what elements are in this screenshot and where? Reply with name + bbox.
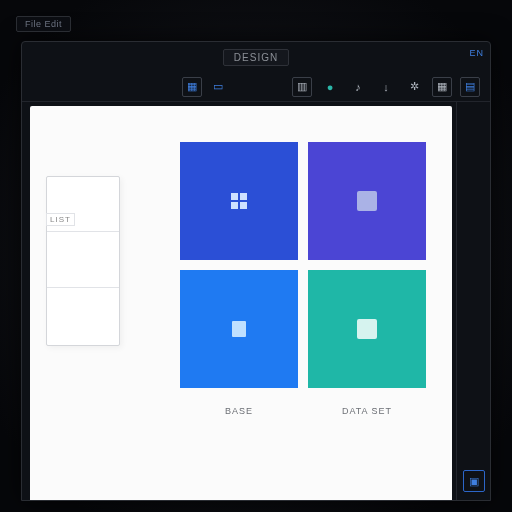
list-slot[interactable] bbox=[47, 232, 119, 287]
window-title: DESIGN bbox=[223, 49, 289, 66]
grid-icon[interactable]: ▦ bbox=[432, 77, 452, 97]
canvas: LIST bbox=[30, 106, 452, 500]
layers-icon[interactable]: ▦ bbox=[182, 77, 202, 97]
menu-hint[interactable]: File Edit bbox=[16, 16, 71, 32]
document-icon bbox=[229, 319, 249, 339]
settings-icon[interactable]: ✲ bbox=[404, 77, 424, 97]
document-tile[interactable] bbox=[180, 270, 298, 388]
caption-left: BASE bbox=[180, 406, 298, 416]
outline-icon[interactable]: ▭ bbox=[208, 77, 228, 97]
download-icon[interactable]: ↓ bbox=[376, 77, 396, 97]
svg-rect-3 bbox=[234, 330, 241, 332]
title-bar: DESIGN EN bbox=[22, 42, 490, 72]
panel-icon[interactable]: ▥ bbox=[292, 77, 312, 97]
music-icon[interactable]: ♪ bbox=[348, 77, 368, 97]
app-window: File Edit DESIGN EN ▦ ▭ ▥ ● ♪ ↓ ✲ ▦ ▤ ⇆ … bbox=[21, 41, 491, 501]
square-icon bbox=[357, 191, 377, 211]
dashboard-tile[interactable] bbox=[180, 142, 298, 260]
caption-right: DATA SET bbox=[308, 406, 426, 416]
component-tile[interactable] bbox=[308, 142, 426, 260]
tile-grid bbox=[180, 142, 426, 388]
library-icon[interactable]: ▤ bbox=[460, 77, 480, 97]
side-list-panel[interactable]: LIST bbox=[46, 176, 120, 346]
svg-rect-0 bbox=[232, 321, 246, 337]
window-icon bbox=[229, 191, 249, 211]
theme-tile[interactable] bbox=[308, 270, 426, 388]
right-rail: ▣ bbox=[456, 102, 490, 500]
locale-tag[interactable]: EN bbox=[469, 48, 484, 58]
svg-rect-2 bbox=[234, 327, 244, 329]
list-slot[interactable] bbox=[47, 288, 119, 343]
top-toolbar: ▦ ▭ ▥ ● ♪ ↓ ✲ ▦ ▤ bbox=[22, 72, 490, 102]
svg-rect-1 bbox=[234, 324, 244, 326]
tile-captions: BASE DATA SET bbox=[180, 406, 426, 416]
side-list-label: LIST bbox=[46, 213, 75, 226]
square-icon bbox=[357, 319, 377, 339]
collapse-icon[interactable]: ▣ bbox=[463, 470, 485, 492]
chat-icon[interactable]: ● bbox=[320, 77, 340, 97]
